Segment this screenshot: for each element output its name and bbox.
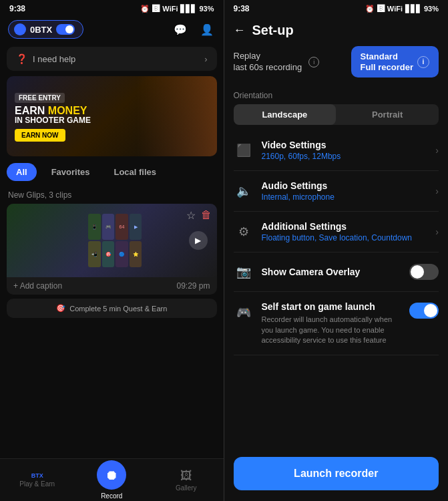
replay-label: Replay last 60s recording	[234, 51, 302, 73]
help-text: I need help	[33, 54, 75, 64]
signal-icon: ▋▋▋	[180, 5, 196, 13]
banner-subtitle: IN SHOOTER GAME	[15, 116, 91, 125]
alarm-icon: ⏰	[140, 5, 150, 13]
gallery-icon: 🖼	[180, 469, 192, 483]
brand-dot	[14, 23, 26, 35]
video-settings-item[interactable]: ⬛ Video Settings 2160p, 60fps, 12Mbps ›	[234, 130, 439, 171]
play-button[interactable]: ▶	[189, 231, 208, 250]
additional-settings-item[interactable]: ⚙ Additional Settings Floating button, S…	[234, 212, 439, 253]
self-start-toggle-knob	[424, 304, 437, 317]
brand-toggle[interactable]	[56, 24, 75, 35]
banner-image	[137, 76, 217, 156]
profile-icon[interactable]: 👤	[198, 21, 216, 38]
audio-icon-wrap: 🔈	[234, 181, 254, 201]
replay-label-line2: last 60s recording	[234, 62, 302, 73]
clip-card: 📱 🎮 64 ▶ 📲 🎯 🔵 ⭐ ▶ ☆ 🗑 + Add caption 09:…	[7, 204, 217, 295]
self-start-icon: 🎮	[236, 305, 251, 320]
recorder-info-icon[interactable]: i	[417, 56, 429, 68]
replay-btn-text: Standard Full recorder	[361, 51, 413, 72]
nav-gallery[interactable]: 🖼 Gallery	[149, 459, 224, 501]
thumb-cell-1: 📱	[88, 214, 101, 240]
clip-actions: ☆ 🗑	[186, 209, 212, 222]
brand-name: 0BTX	[30, 25, 52, 35]
self-start-toggle[interactable]	[409, 303, 439, 319]
nav-icons: 💬 👤	[172, 21, 216, 38]
clip-time: 09:29 pm	[176, 281, 210, 291]
thumb-cell-3: 64	[116, 214, 128, 240]
bluetooth-icon-r: 🅱	[377, 5, 385, 13]
chat-icon[interactable]: 💬	[172, 21, 189, 38]
additional-settings-chevron: ›	[435, 226, 439, 237]
quest-text: Complete 5 min Quest & Earn	[69, 305, 167, 313]
thumb-cell-8: ⭐	[130, 241, 142, 267]
video-settings-title: Video Settings	[262, 140, 428, 150]
star-icon[interactable]: ☆	[186, 209, 196, 222]
battery-left: 93%	[199, 5, 214, 13]
banner-free-entry: FREE ENTRY	[15, 93, 65, 103]
camera-overlay-title: Show Camera Overlay	[262, 267, 402, 277]
self-start-desc: Recorder will launch automatically when …	[262, 315, 402, 345]
self-start-content: Self start on game launch Recorder will …	[262, 301, 402, 345]
filter-row: All Favorites Local files	[0, 163, 224, 188]
help-bar[interactable]: ❓ I need help ›	[7, 47, 217, 71]
orientation-section: Orientation Landscape Portrait	[224, 87, 449, 130]
landscape-option[interactable]: Landscape	[234, 104, 337, 125]
bottom-nav: BTX Play & Earn ⏺ Record 🖼 Gallery	[0, 458, 224, 501]
audio-settings-item[interactable]: 🔈 Audio Settings Internal, microphone ›	[234, 171, 439, 212]
launch-button-wrap: Launch recorder	[224, 449, 449, 501]
add-caption-button[interactable]: + Add caption	[13, 281, 62, 291]
nav-record[interactable]: ⏺ Record	[75, 459, 150, 501]
quest-banner[interactable]: 🎯 Complete 5 min Quest & Earn	[7, 299, 217, 318]
banner-earn-line: EARN MONEY	[15, 105, 91, 117]
thumb-cell-6: 🎯	[102, 241, 115, 267]
audio-settings-icon: 🔈	[236, 184, 251, 198]
filter-local-files[interactable]: Local files	[104, 163, 166, 181]
nav-record-label: Record	[101, 492, 122, 500]
clip-thumbnail: 📱 🎮 64 ▶ 📲 🎯 🔵 ⭐ ▶ ☆ 🗑	[7, 204, 217, 277]
self-start-title: Self start on game launch	[262, 301, 402, 312]
audio-settings-sub: Internal, microphone	[262, 192, 428, 202]
standard-recorder-button[interactable]: Standard Full recorder i	[351, 46, 439, 77]
right-panel: 9:38 ⏰ 🅱 WiFi ▋▋▋ 93% ← Set-up Replay la…	[224, 0, 449, 501]
left-panel: 9:38 ⏰ 🅱 WiFi ▋▋▋ 93% 0BTX 💬 👤 ❓ I need …	[0, 0, 224, 501]
brand-pill[interactable]: 0BTX	[8, 20, 83, 39]
bluetooth-icon: 🅱	[152, 5, 160, 13]
btx-logo-icon: BTX	[31, 472, 43, 479]
promo-banner[interactable]: FREE ENTRY EARN MONEY IN SHOOTER GAME EA…	[7, 76, 217, 156]
delete-icon[interactable]: 🗑	[201, 209, 212, 222]
record-button-icon[interactable]: ⏺	[97, 460, 126, 490]
replay-btn-line2: Full recorder	[361, 62, 413, 73]
thumb-grid: 📱 🎮 64 ▶ 📲 🎯 🔵 ⭐	[88, 214, 142, 267]
replay-label-line1: Replay	[234, 51, 302, 62]
nav-play-earn[interactable]: BTX Play & Earn	[0, 459, 75, 501]
back-button[interactable]: ←	[234, 23, 246, 37]
audio-settings-content: Audio Settings Internal, microphone	[262, 180, 428, 202]
filter-favorites[interactable]: Favorites	[42, 163, 99, 181]
video-settings-sub: 2160p, 60fps, 12Mbps	[262, 152, 428, 161]
launch-recorder-button[interactable]: Launch recorder	[234, 457, 439, 490]
orientation-toggle: Landscape Portrait	[234, 104, 439, 125]
help-chevron-icon: ›	[204, 54, 207, 64]
thumb-cell-2: 🎮	[102, 214, 115, 240]
status-icons-right: ⏰ 🅱 WiFi ▋▋▋ 93%	[365, 5, 439, 13]
banner-earn-word: EARN	[15, 105, 45, 116]
additional-icon-wrap: ⚙	[234, 222, 254, 242]
camera-overlay-icon: 📷	[236, 265, 251, 279]
camera-icon-wrap: 📷	[234, 262, 254, 282]
self-start-icon-wrap: 🎮	[234, 303, 254, 323]
top-nav: 0BTX 💬 👤	[0, 17, 224, 44]
camera-overlay-toggle[interactable]	[409, 264, 439, 280]
additional-settings-icon: ⚙	[238, 224, 249, 239]
banner-text: FREE ENTRY EARN MONEY IN SHOOTER GAME EA…	[7, 84, 99, 149]
replay-info-icon[interactable]: i	[308, 57, 319, 67]
play-icon: ▶	[195, 236, 201, 245]
portrait-option[interactable]: Portrait	[336, 104, 439, 125]
banner-cta-button[interactable]: EARN NOW	[15, 129, 65, 142]
status-bar-left: 9:38 ⏰ 🅱 WiFi ▋▋▋ 93%	[0, 0, 224, 17]
status-icons-left: ⏰ 🅱 WiFi ▋▋▋ 93%	[140, 5, 214, 13]
help-question-icon: ❓	[16, 53, 27, 64]
additional-settings-content: Additional Settings Floating button, Sav…	[262, 221, 428, 242]
nav-play-earn-label: Play & Earn	[19, 480, 55, 488]
filter-all[interactable]: All	[7, 163, 37, 181]
time-right: 9:38	[234, 4, 250, 13]
